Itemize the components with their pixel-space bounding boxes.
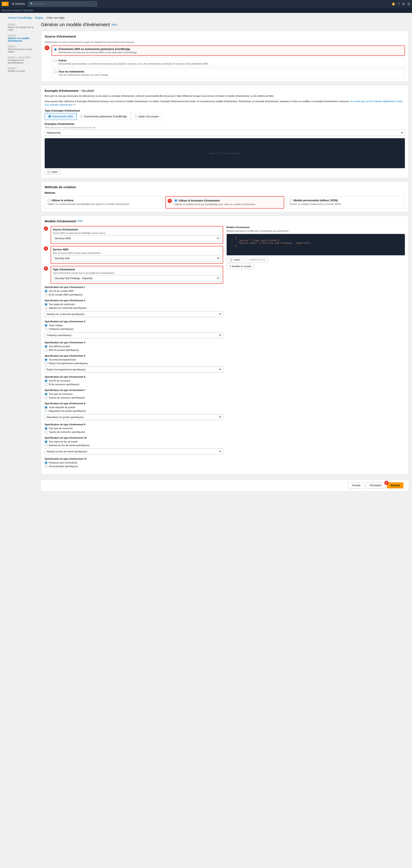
spec-3-radio-1[interactable] <box>44 324 47 327</box>
radio-aws-events[interactable]: Événements AWS ou événements partenaires… <box>52 45 405 56</box>
spec-6-radio-2[interactable] <box>44 383 47 386</box>
method-form-card[interactable]: 2 Utiliser le formulaire d'événement Uti… <box>165 196 284 209</box>
tab-custom-radio[interactable] <box>134 115 137 118</box>
spec-4-radio-2[interactable] <box>44 349 47 351</box>
radio-others[interactable]: Autres Événements personnalisés ou événe… <box>52 57 405 67</box>
spec-6-option-1[interactable]: Tout ID de ressource <box>44 379 223 382</box>
spec-8-radio-2[interactable] <box>44 410 47 412</box>
spec-2-radio-1[interactable] <box>44 303 47 306</box>
spec-4-radio-1[interactable] <box>44 345 47 348</box>
json-editor[interactable]: Saisir le JSON de l'événement 1 <box>44 138 405 168</box>
spec-5-select[interactable]: État(s) d'enregistrement spécifique(s) <box>44 367 223 373</box>
service-select[interactable]: Security Hub <box>53 255 221 261</box>
method-json-radio[interactable] <box>289 199 292 202</box>
spec-9-radio-1[interactable] <box>44 427 47 430</box>
spec-3-option-1[interactable]: Toute critique <box>44 324 223 327</box>
tab-aws-events[interactable]: Événements AWS <box>44 113 76 120</box>
spec-3-radio-2[interactable] <box>44 328 47 331</box>
spec-10-select[interactable]: Statut(s) du flux de travail spécifique(… <box>44 448 223 455</box>
spec-7-radio-1[interactable] <box>44 393 47 396</box>
spec-5-option-1[interactable]: Tout état d'enregistrement <box>44 359 223 361</box>
spec-11-option-2[interactable]: GeneratorId(s) spécifique(s) <box>44 465 223 468</box>
steps-column: Étape 1 Définir les détails de la règle … <box>8 22 41 491</box>
services-menu[interactable]: ⊞ Services <box>10 1 27 6</box>
spec-6-radio-1[interactable] <box>44 379 47 382</box>
edit-template-button[interactable]: ✎ Modifier le modèle <box>227 264 254 269</box>
spec-1-radio-1[interactable] <box>44 290 47 292</box>
spec-3-option-2[interactable]: Critique(s) spécifique(s) <box>44 328 223 331</box>
spec-10-option-1[interactable]: Tout statut du flux de travail <box>44 440 223 443</box>
notifications-icon[interactable]: 🔔 <box>391 2 395 6</box>
event-type-select[interactable]: Security Hub Findings - Imported <box>53 275 221 282</box>
spec-9-option-1[interactable]: Tout type de recherche <box>44 427 223 430</box>
spec-1-option-2[interactable]: ID de compte AWS spécifique(s) <box>44 293 223 296</box>
spec-2-select[interactable]: Statut(s) de conformité spécifique(s) <box>44 311 223 317</box>
event-template-info[interactable]: Infos <box>77 219 83 222</box>
test-template-icon: ▷ <box>247 258 249 261</box>
event-template-right: Modèle d'événement Modèle d'événement ou… <box>227 226 405 471</box>
radio-all-events-input[interactable] <box>54 71 57 73</box>
spec-5-radio-1[interactable] <box>44 359 47 361</box>
spec-1-radio-2[interactable] <box>44 293 47 296</box>
page-title-info[interactable]: Infos <box>112 23 117 26</box>
spec-8-radio-1[interactable] <box>44 406 47 409</box>
spec-11-radio-2[interactable] <box>44 465 47 468</box>
search-input[interactable] <box>34 3 87 5</box>
page-layout: Étape 1 Définir les détails de la règle … <box>8 22 409 491</box>
example-learn-more-link[interactable]: En savoir plus sur les champs obligatoir… <box>44 100 403 106</box>
spec-8-option-2[interactable]: Étiquette(s) de gravité spécifique(s) <box>44 410 223 412</box>
spec-3-select[interactable]: Critique(s) spécifique(s) <box>44 332 223 338</box>
svg-text:aws: aws <box>3 3 6 5</box>
spec-2-option-2[interactable]: Statut(s) de conformité spécifique(s) <box>44 307 223 309</box>
tab-partner-events[interactable]: Événements partenaires EventBridge <box>76 113 131 120</box>
spec-6-option-2[interactable]: ID de ressource spécifique(s) <box>44 383 223 386</box>
method-schema-card[interactable]: Utiliser le schéma Utilisez un schéma Am… <box>44 196 163 209</box>
method-form-radio[interactable] <box>175 199 177 202</box>
test-template-button[interactable]: ▷ Modèle de test <box>245 257 268 262</box>
spec-5-radio-2[interactable] <box>44 362 47 365</box>
badge-1: 1 <box>44 45 50 50</box>
spec-10-radio-1[interactable] <box>44 440 47 443</box>
copy-template-button[interactable]: 📋 Copier <box>227 257 243 262</box>
spec-4-option-1[interactable]: Tout ARN de produit <box>44 345 223 348</box>
spec-10-option-2[interactable]: Statut(s) du flux de travail spécifique(… <box>44 444 223 447</box>
next-button[interactable]: Suivant <box>387 483 404 488</box>
spec-11-option-1[interactable]: N'importe quel GeneratorId <box>44 461 223 464</box>
spec-1-option-1[interactable]: Tout ID de compte AWS <box>44 290 223 292</box>
spec-4-label-2: ARN de produit spécifique(s) <box>49 349 79 351</box>
spec-2-option-1[interactable]: Tout statut de conformité <box>44 303 223 306</box>
cancel-button[interactable]: Annuler <box>348 483 365 488</box>
region-selector[interactable]: ☰ <box>408 2 410 6</box>
source-select[interactable]: Services AWS <box>53 235 221 242</box>
previous-button[interactable]: Précédent <box>366 483 385 488</box>
examples-select[interactable]: Sélectionner <box>44 130 405 136</box>
tab-custom-events[interactable]: Saisir mon propre <box>131 113 162 120</box>
radio-all-desc: Tous les événements envoyés sur votre co… <box>58 73 109 76</box>
copy-template-icon: 📋 <box>229 258 232 261</box>
breadcrumb-eventbridge[interactable]: Amazon EventBridge <box>8 16 32 19</box>
spec-7-option-1[interactable]: Tout type de ressource <box>44 393 223 396</box>
spec-5-option-2[interactable]: État(s) d'enregistrement spécifique(s) <box>44 362 223 365</box>
breadcrumb-rules[interactable]: Règles <box>35 16 43 19</box>
method-json-card[interactable]: Modèle personnalisé (éditeur JSON) Écriv… <box>287 196 405 209</box>
spec-11-radio-1[interactable] <box>44 461 47 464</box>
method-schema-radio[interactable] <box>47 199 50 202</box>
spec-8-option-1[interactable]: Toute étiquette de gravité <box>44 406 223 409</box>
spec-8-select[interactable]: Étiquette(s) de gravité spécifique(s) <box>44 414 223 420</box>
radio-all-events[interactable]: Tous les événements Tous les événements … <box>52 68 405 78</box>
radio-aws-events-input[interactable] <box>54 48 57 51</box>
external-link-icon: ↗ <box>73 103 75 106</box>
spec-2-radio-2[interactable] <box>44 307 47 309</box>
support-icon[interactable]: ? <box>398 2 400 6</box>
radio-others-input[interactable] <box>54 59 57 62</box>
spec-4-option-2[interactable]: ARN de produit spécifique(s) <box>44 349 223 351</box>
settings-icon[interactable]: ⚙ <box>402 2 405 6</box>
spec-7-option-2[interactable]: Type(s) de ressource spécifique(s) <box>44 396 223 399</box>
tab-partner-radio[interactable] <box>80 115 83 118</box>
spec-10-radio-2[interactable] <box>44 444 47 447</box>
spec-7-radio-2[interactable] <box>44 396 47 399</box>
spec-9-radio-2[interactable] <box>44 431 47 433</box>
spec-9-option-2[interactable]: Type(s) de recherche spécifique(s) <box>44 431 223 433</box>
tab-aws-radio[interactable] <box>48 115 51 118</box>
copy-json-button[interactable]: 📋 Copier <box>44 169 60 175</box>
